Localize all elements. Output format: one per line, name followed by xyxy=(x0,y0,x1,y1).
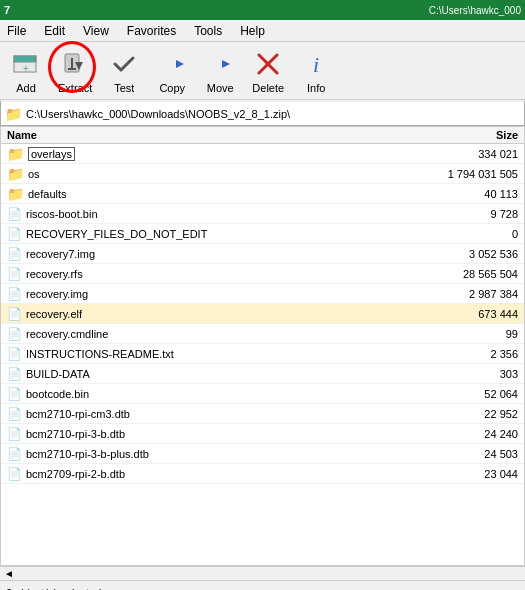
toolbar-info-button[interactable]: i Info xyxy=(294,45,338,97)
file-icon: 📄 xyxy=(7,447,22,461)
extract-label: Extract xyxy=(58,82,92,94)
file-icon: 📄 xyxy=(7,247,22,261)
file-icon: 📄 xyxy=(7,207,22,221)
menu-item-view[interactable]: View xyxy=(80,23,112,39)
menu-item-file[interactable]: File xyxy=(4,23,29,39)
menu-item-favorites[interactable]: Favorites xyxy=(124,23,179,39)
toolbar-move-button[interactable]: Move xyxy=(198,45,242,97)
add-icon: + xyxy=(10,48,42,80)
table-row[interactable]: 📄BUILD-DATA303 xyxy=(1,364,524,384)
file-size-cell: 9 728 xyxy=(418,208,518,220)
file-size-cell: 22 952 xyxy=(418,408,518,420)
file-size-cell: 24 240 xyxy=(418,428,518,440)
file-name-text: recovery.elf xyxy=(26,308,82,320)
file-size-cell: 0 xyxy=(418,228,518,240)
folder-icon: 📁 xyxy=(7,166,24,182)
table-row[interactable]: 📄recovery.elf673 444 xyxy=(1,304,524,324)
address-icon: 📁 xyxy=(5,106,22,122)
table-row[interactable]: 📁os1 794 031 505 xyxy=(1,164,524,184)
toolbar-test-button[interactable]: Test xyxy=(102,45,146,97)
file-name-cell: 📄bcm2710-rpi-3-b.dtb xyxy=(7,427,418,441)
file-name-text: recovery.cmdline xyxy=(26,328,108,340)
table-row[interactable]: 📄bootcode.bin52 064 xyxy=(1,384,524,404)
menu-item-edit[interactable]: Edit xyxy=(41,23,68,39)
file-name-cell: 📄bootcode.bin xyxy=(7,387,418,401)
test-label: Test xyxy=(114,82,134,94)
file-name-cell: 📄bcm2710-rpi-3-b-plus.dtb xyxy=(7,447,418,461)
menu-item-help[interactable]: Help xyxy=(237,23,268,39)
file-size-cell: 2 987 384 xyxy=(418,288,518,300)
copy-icon xyxy=(156,48,188,80)
file-name-text: recovery.img xyxy=(26,288,88,300)
file-size-cell: 2 356 xyxy=(418,348,518,360)
file-icon: 📄 xyxy=(7,467,22,481)
table-row[interactable]: 📄RECOVERY_FILES_DO_NOT_EDIT0 xyxy=(1,224,524,244)
header-size: Size xyxy=(496,129,518,141)
table-row[interactable]: 📁overlays334 021 xyxy=(1,144,524,164)
status-bar: 0 object(s) selected xyxy=(0,580,525,590)
file-name-text: bcm2710-rpi-3-b.dtb xyxy=(26,428,125,440)
menu-item-tools[interactable]: Tools xyxy=(191,23,225,39)
toolbar-add-button[interactable]: + Add xyxy=(4,45,48,97)
status-text: 0 object(s) selected xyxy=(6,587,101,591)
table-row[interactable]: 📄recovery7.img3 052 536 xyxy=(1,244,524,264)
file-size-cell: 3 052 536 xyxy=(418,248,518,260)
table-row[interactable]: 📄recovery.cmdline99 xyxy=(1,324,524,344)
menu-bar: FileEditViewFavoritesToolsHelp xyxy=(0,20,525,42)
file-name-text: recovery7.img xyxy=(26,248,95,260)
delete-label: Delete xyxy=(252,82,284,94)
info-icon: i xyxy=(300,48,332,80)
table-row[interactable]: 📄recovery.rfs28 565 504 xyxy=(1,264,524,284)
file-size-cell: 23 044 xyxy=(418,468,518,480)
file-icon: 📄 xyxy=(7,427,22,441)
title-bar-path: C:\Users\hawkc_000 xyxy=(429,5,521,16)
file-list-header: Name Size xyxy=(1,127,524,144)
address-path: C:\Users\hawkc_000\Downloads\NOOBS_v2_8_… xyxy=(26,108,520,120)
file-list-container[interactable]: Name Size 📁overlays334 021📁os1 794 031 5… xyxy=(0,126,525,566)
file-name-text: os xyxy=(28,168,40,180)
file-size-cell: 40 113 xyxy=(418,188,518,200)
file-size-cell: 28 565 504 xyxy=(418,268,518,280)
file-name-cell: 📁overlays xyxy=(7,146,418,162)
table-row[interactable]: 📄recovery.img2 987 384 xyxy=(1,284,524,304)
title-bar: 7 C:\Users\hawkc_000 xyxy=(0,0,525,20)
svg-text:+: + xyxy=(23,63,29,74)
table-row[interactable]: 📁defaults40 113 xyxy=(1,184,524,204)
table-row[interactable]: 📄bcm2709-rpi-2-b.dtb23 044 xyxy=(1,464,524,484)
table-row[interactable]: 📄INSTRUCTIONS-README.txt2 356 xyxy=(1,344,524,364)
info-label: Info xyxy=(307,82,325,94)
address-bar: 📁 C:\Users\hawkc_000\Downloads\NOOBS_v2_… xyxy=(0,100,525,126)
folder-icon: 📁 xyxy=(7,186,24,202)
file-name-cell: 📄riscos-boot.bin xyxy=(7,207,418,221)
table-row[interactable]: 📄riscos-boot.bin9 728 xyxy=(1,204,524,224)
file-name-text: defaults xyxy=(28,188,67,200)
file-name-cell: 📄recovery.rfs xyxy=(7,267,418,281)
file-icon: 📄 xyxy=(7,227,22,241)
header-name: Name xyxy=(7,129,37,141)
svg-rect-6 xyxy=(68,68,76,70)
table-row[interactable]: 📄bcm2710-rpi-3-b.dtb24 240 xyxy=(1,424,524,444)
table-row[interactable]: 📄bcm2710-rpi-cm3.dtb22 952 xyxy=(1,404,524,424)
file-icon: 📄 xyxy=(7,367,22,381)
toolbar: + Add Extract Test Copy Move Del xyxy=(0,42,525,100)
file-icon: 📄 xyxy=(7,267,22,281)
file-name-cell: 📁os xyxy=(7,166,418,182)
file-size-cell: 99 xyxy=(418,328,518,340)
move-label: Move xyxy=(207,82,234,94)
test-icon xyxy=(108,48,140,80)
toolbar-extract-button[interactable]: Extract xyxy=(52,45,98,97)
toolbar-copy-button[interactable]: Copy xyxy=(150,45,194,97)
extract-icon xyxy=(59,48,91,80)
copy-label: Copy xyxy=(159,82,185,94)
file-size-cell: 334 021 xyxy=(418,148,518,160)
file-icon: 📄 xyxy=(7,387,22,401)
delete-icon xyxy=(252,48,284,80)
file-size-cell: 52 064 xyxy=(418,388,518,400)
toolbar-delete-button[interactable]: Delete xyxy=(246,45,290,97)
file-name-cell: 📄recovery.elf xyxy=(7,307,418,321)
file-name-text: bcm2710-rpi-cm3.dtb xyxy=(26,408,130,420)
table-row[interactable]: 📄bcm2710-rpi-3-b-plus.dtb24 503 xyxy=(1,444,524,464)
file-icon: 📄 xyxy=(7,347,22,361)
file-name-cell: 📄recovery7.img xyxy=(7,247,418,261)
add-label: Add xyxy=(16,82,36,94)
